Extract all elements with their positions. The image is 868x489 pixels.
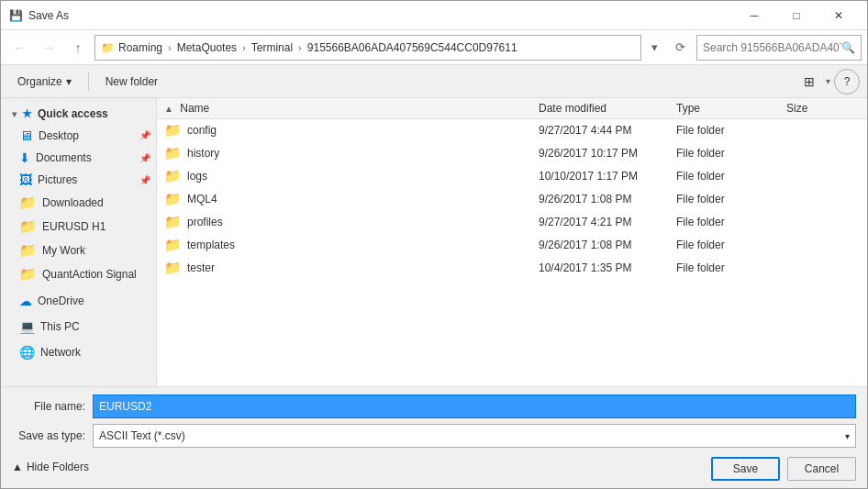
organize-button[interactable]: Organize ▾	[8, 69, 81, 94]
toolbar-separator	[88, 72, 89, 91]
maximize-button[interactable]: □	[775, 1, 818, 30]
eurusd-icon: 📁	[19, 218, 37, 235]
table-row[interactable]: 📁 tester 10/4/2017 1:35 PM File folder	[157, 257, 867, 280]
sidebar-item-eurusd-h1[interactable]: 📁 EURUSD H1	[1, 215, 156, 239]
sidebar-item-quantaction-label: QuantAction Signal	[42, 268, 137, 281]
pictures-pin-icon: 📌	[139, 175, 150, 185]
folder-icon: 📁	[164, 191, 182, 207]
col-header-name[interactable]: ▲ Name	[164, 102, 539, 115]
title-icon: 💾	[8, 8, 23, 23]
search-icon: 🔍	[841, 41, 855, 54]
quick-access-section: ▾ ★ Quick access 🖥 Desktop 📌 ⬇ Documents…	[1, 102, 156, 286]
pictures-icon: 🖼	[19, 172, 32, 187]
sidebar-item-network[interactable]: 🌐 Network	[1, 341, 156, 363]
folder-icon: 📁	[164, 214, 182, 230]
sidebar-item-mywork-label: My Work	[42, 244, 85, 257]
sidebar-item-thispc-label: This PC	[40, 320, 80, 333]
desktop-icon: 🖥	[19, 128, 33, 143]
file-name: logs	[187, 170, 207, 183]
bottom-panel: File name: Save as type: ASCII Text (*.c…	[1, 386, 867, 488]
hide-folders-button[interactable]: ▲ Hide Folders	[12, 461, 89, 473]
back-button[interactable]: ←	[6, 35, 32, 61]
savetype-arrow-icon: ▾	[845, 431, 850, 441]
table-row[interactable]: 📁 MQL4 9/26/2017 1:08 PM File folder	[157, 188, 867, 211]
folder-icon: 📁	[164, 260, 182, 276]
col-header-type[interactable]: Type	[676, 102, 786, 115]
search-input[interactable]	[703, 41, 841, 54]
col-header-date[interactable]: Date modified	[539, 102, 676, 115]
quick-access-label: ★	[22, 107, 32, 120]
sidebar-item-desktop-label: Desktop	[39, 129, 79, 142]
main-content: ▾ ★ Quick access 🖥 Desktop 📌 ⬇ Documents…	[1, 98, 867, 386]
filename-input[interactable]	[93, 395, 856, 418]
quantaction-icon: 📁	[19, 266, 37, 283]
up-button[interactable]: ↑	[65, 35, 91, 61]
breadcrumb-metaquotes: MetaQuotes	[177, 41, 237, 54]
breadcrumb-terminal: Terminal	[251, 41, 293, 54]
table-row[interactable]: 📁 config 9/27/2017 4:44 PM File folder	[157, 119, 867, 142]
sidebar-item-documents[interactable]: ⬇ Documents 📌	[1, 147, 156, 169]
address-dropdown-button[interactable]: ▾	[645, 35, 663, 61]
file-name: history	[187, 147, 219, 160]
sidebar-item-thispc[interactable]: 💻 This PC	[1, 316, 156, 338]
new-folder-label: New folder	[106, 75, 158, 88]
new-folder-button[interactable]: New folder	[96, 69, 167, 94]
savetype-select[interactable]: ASCII Text (*.csv) ▾	[93, 424, 856, 448]
sidebar-item-quantaction[interactable]: 📁 QuantAction Signal	[1, 262, 156, 286]
file-name: config	[187, 124, 217, 137]
quick-access-header[interactable]: ▾ ★ Quick access	[1, 102, 156, 124]
forward-button[interactable]: →	[36, 35, 61, 61]
sidebar-item-desktop[interactable]: 🖥 Desktop 📌	[1, 124, 156, 147]
sidebar-item-pictures-label: Pictures	[38, 173, 77, 186]
title-bar: 💾 Save As ─ □ ✕	[1, 1, 867, 30]
cancel-button[interactable]: Cancel	[787, 457, 856, 481]
organize-label: Organize	[17, 75, 62, 88]
toolbar: Organize ▾ New folder ⊞ ▾ ?	[1, 65, 867, 98]
onedrive-section: ☁ OneDrive	[1, 290, 156, 312]
file-type: File folder	[676, 193, 786, 206]
table-row[interactable]: 📁 logs 10/10/2017 1:17 PM File folder	[157, 165, 867, 188]
file-type: File folder	[676, 147, 786, 160]
view-button[interactable]: ⊞	[796, 69, 822, 94]
file-type: File folder	[676, 170, 786, 183]
file-type: File folder	[676, 124, 786, 137]
file-date: 9/26/2017 1:08 PM	[539, 239, 676, 251]
col-header-size[interactable]: Size	[786, 102, 860, 115]
quick-access-text: Quick access	[38, 107, 108, 120]
table-row[interactable]: 📁 history 9/26/2017 10:17 PM File folder	[157, 142, 867, 165]
minimize-button[interactable]: ─	[733, 1, 775, 30]
sidebar-item-downloaded[interactable]: 📁 Downloaded	[1, 191, 156, 215]
address-bar: ← → ↑ 📁 Roaming › MetaQuotes › Terminal …	[1, 30, 867, 65]
table-row[interactable]: 📁 profiles 9/27/2017 4:21 PM File folder	[157, 211, 867, 234]
sidebar-item-downloaded-label: Downloaded	[42, 196, 104, 209]
toolbar-right: ⊞ ▾ ?	[796, 69, 860, 94]
save-button[interactable]: Save	[711, 457, 780, 481]
documents-icon: ⬇	[19, 150, 30, 165]
refresh-button[interactable]: ⟳	[667, 35, 693, 61]
sidebar-item-pictures[interactable]: 🖼 Pictures 📌	[1, 169, 156, 191]
sidebar-item-mywork[interactable]: 📁 My Work	[1, 239, 156, 262]
organize-arrow: ▾	[66, 75, 72, 88]
sidebar-item-network-label: Network	[40, 346, 81, 359]
downloaded-icon: 📁	[19, 194, 37, 211]
search-box[interactable]: 🔍	[696, 35, 862, 61]
hide-folders-label: Hide Folders	[27, 461, 89, 473]
sidebar-item-eurusd-label: EURUSD H1	[42, 220, 106, 233]
mywork-icon: 📁	[19, 242, 37, 259]
file-date: 9/26/2017 1:08 PM	[539, 193, 676, 206]
close-button[interactable]: ✕	[818, 1, 860, 30]
help-button[interactable]: ?	[834, 69, 860, 94]
file-name: templates	[187, 239, 235, 251]
file-list-header: ▲ Name Date modified Type Size	[157, 98, 867, 119]
file-type: File folder	[676, 216, 786, 228]
file-date: 9/27/2017 4:21 PM	[539, 216, 676, 228]
network-icon: 🌐	[19, 345, 35, 360]
file-rows-container: 📁 config 9/27/2017 4:44 PM File folder 📁…	[157, 119, 867, 280]
table-row[interactable]: 📁 templates 9/26/2017 1:08 PM File folde…	[157, 234, 867, 257]
folder-icon: 📁	[164, 168, 182, 184]
sidebar-item-onedrive[interactable]: ☁ OneDrive	[1, 290, 156, 312]
address-path[interactable]: 📁 Roaming › MetaQuotes › Terminal › 9155…	[95, 35, 641, 61]
save-as-dialog: 💾 Save As ─ □ ✕ ← → ↑ 📁 Roaming › MetaQu…	[0, 0, 868, 489]
folder-icon-sm: 📁	[101, 41, 115, 54]
hide-folders-arrow-icon: ▲	[12, 461, 23, 473]
